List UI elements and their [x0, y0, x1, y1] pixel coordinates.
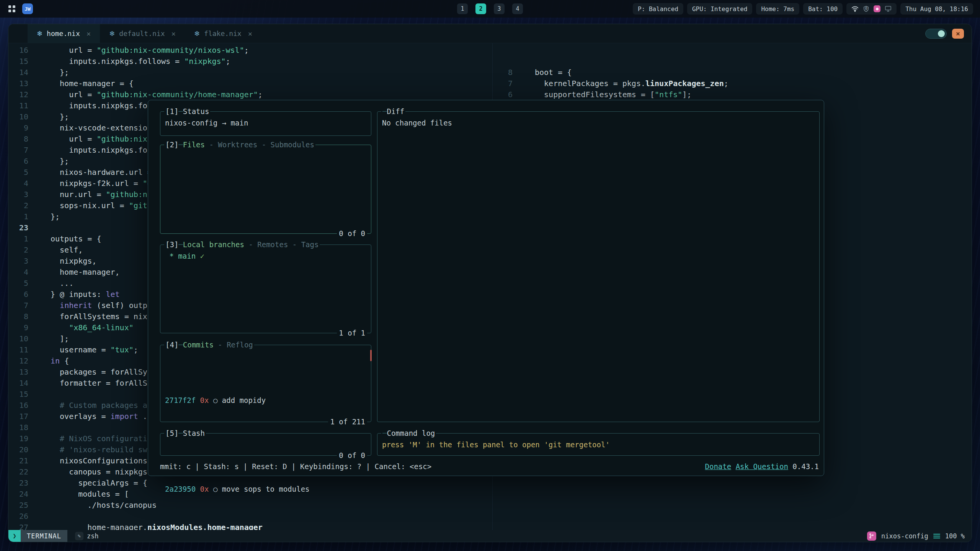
commit-row[interactable]: d920218 0x ○ move common imports — [165, 528, 366, 530]
code-text: specialArgs = { — [28, 478, 147, 489]
code-text: inputs.nixpkgs.follows = "nixpkgs"; — [28, 56, 230, 67]
workspace-button[interactable]: 4 — [512, 3, 523, 14]
line-number: 11 — [8, 100, 28, 111]
code-text: url = "github:nix-community/home-manager… — [28, 89, 263, 100]
tab-close-icon[interactable]: × — [248, 29, 252, 38]
line-number: 5 — [8, 167, 28, 178]
wifi-icon[interactable] — [851, 6, 859, 12]
lazygit-diff-panel[interactable]: ─Diff No changed files — [377, 111, 820, 422]
notifications-icon[interactable] — [874, 5, 880, 12]
line-number: 18 — [8, 422, 28, 433]
code-text: inherit (self) outputs; — [28, 300, 166, 311]
tab-label: flake.nix — [204, 29, 242, 37]
line-number: 9 — [8, 322, 28, 333]
line-number: 13 — [8, 78, 28, 89]
branch-arrow: → — [217, 119, 230, 127]
system-bar-left: JW — [7, 3, 33, 14]
editor-statusbar: ❯ TERMINAL ✎ zsh nixos-config 100 % — [8, 530, 972, 542]
line-number: 10 — [8, 333, 28, 344]
line-number: 8 — [8, 311, 28, 322]
code-text — [28, 511, 51, 522]
keybinding-hints: mmit: c | Stash: s | Reset: D | Keybindi… — [160, 461, 431, 472]
tab-close-icon[interactable]: × — [172, 29, 176, 38]
editor-tab[interactable]: ❄ default.nix × — [100, 24, 185, 43]
line-number: 6 — [8, 156, 28, 167]
tab-label: home.nix — [47, 29, 80, 37]
display-icon[interactable] — [885, 6, 892, 12]
code-text — [28, 389, 51, 400]
lazygit-status-panel[interactable]: [1]─Status nixos-config → main — [160, 111, 371, 136]
commit-row[interactable]: 2717f2f 0x ○ add mopidy — [165, 395, 366, 406]
window-pin-toggle[interactable] — [925, 29, 947, 39]
command-log-content: press 'M' in the files panel to open 'gi… — [377, 434, 819, 450]
lazygit-popup: [1]─Status nixos-config → main [2]─Files… — [148, 100, 824, 476]
line-number: 9 — [8, 122, 28, 134]
git-repo-name[interactable]: nixos-config — [881, 532, 928, 540]
shield-icon[interactable]: 0 — [863, 5, 869, 12]
line-number: 5 — [8, 278, 28, 289]
line-number: 15 — [8, 389, 28, 400]
code-text: modules = [ — [28, 489, 129, 500]
workspace-button[interactable]: 3 — [494, 3, 505, 14]
files-panel-title: [2]─Files - Worktrees - Submodules — [164, 139, 315, 150]
status-segment: Home: 7ms — [756, 3, 799, 15]
code-text: }; — [28, 211, 60, 222]
tab-close-icon[interactable]: × — [87, 29, 91, 38]
statusbar-right: nixos-config 100 % — [867, 531, 972, 541]
line-number: 24 — [8, 489, 28, 500]
code-line: 7 kernelPackages = pkgs.linuxPackages_ze… — [493, 78, 972, 89]
line-number: 21 — [8, 455, 28, 466]
branch-check-icon: ✓ — [196, 252, 204, 260]
workspace-button[interactable]: 2 — [475, 3, 486, 14]
line-number: 4 — [8, 178, 28, 189]
commits-scrollbar[interactable] — [370, 350, 372, 361]
commit-graph-node-icon: ○ — [213, 396, 217, 404]
launcher-logo-icon[interactable]: JW — [22, 3, 33, 14]
code-text — [28, 222, 51, 233]
code-text: ]; — [28, 333, 69, 344]
code-text: username = "tux"; — [28, 344, 138, 355]
line-number: 3 — [8, 256, 28, 267]
code-text: outputs = { — [28, 233, 101, 245]
lazygit-branches-panel[interactable]: [3]─Local branches - Remotes - Tags * ma… — [160, 245, 371, 333]
code-text: "x86_64-linux" — [28, 322, 134, 333]
lazygit-commits-panel[interactable]: [4]─Commits - Reflog 2717f2f 0x ○ add mo… — [160, 345, 371, 422]
lazygit-files-panel[interactable]: [2]─Files - Worktrees - Submodules 0 of … — [160, 145, 371, 234]
workspace-button[interactable]: 1 — [457, 3, 468, 14]
code-line: 16 url = "github:nix-community/nixos-wsl… — [8, 45, 492, 56]
window-close-button[interactable]: × — [952, 29, 964, 39]
commit-message: add mopidy — [222, 396, 266, 404]
code-text: supportedFilesystems = ["ntfs"]; — [513, 89, 691, 100]
code-text: }; — [28, 156, 69, 167]
commit-message: move sops to modules — [222, 485, 310, 493]
shell-segment: ✎ zsh — [75, 532, 99, 540]
code-line: 12 url = "github:nix-community/home-mana… — [8, 89, 492, 100]
editor-tab[interactable]: ❄ home.nix × — [28, 24, 100, 43]
line-number: 27 — [8, 522, 28, 530]
donate-link[interactable]: Donate — [705, 462, 732, 471]
commit-graph-node-icon: ○ — [213, 485, 217, 493]
code-text: nixosConfigurations = { — [28, 455, 166, 466]
line-number: 20 — [8, 444, 28, 455]
diff-content: No changed files — [377, 112, 819, 129]
lazygit-options-bar: mmit: c | Stash: s | Reset: D | Keybindi… — [160, 461, 819, 472]
current-branch: main — [231, 119, 248, 127]
files-count: 0 of 0 — [337, 228, 367, 239]
commits-panel-title: [4]─Commits - Reflog — [164, 339, 254, 350]
shell-name: zsh — [87, 532, 99, 540]
commit-row[interactable]: 2a23950 0x ○ move sops to modules — [165, 484, 366, 495]
ask-question-link[interactable]: Ask Question — [736, 462, 788, 471]
lazygit-command-log-panel[interactable]: ─Command log press 'M' in the files pane… — [377, 433, 820, 456]
apps-grid-icon[interactable] — [7, 4, 17, 14]
clock[interactable]: Thu Aug 08, 18:16 — [900, 3, 973, 15]
line-number: 7 — [8, 300, 28, 311]
status-panel-title: [1]─Status — [164, 106, 210, 117]
scroll-percentage: 100 % — [945, 532, 965, 540]
line-number: 8 — [8, 134, 28, 145]
editor-tab[interactable]: ❄ flake.nix × — [185, 24, 261, 43]
code-line: 14 }; — [8, 67, 492, 78]
lazygit-stash-panel[interactable]: [5]─Stash 0 of 0 — [160, 433, 371, 456]
line-number: 23 — [8, 478, 28, 489]
line-number: 12 — [8, 89, 28, 100]
commit-hash: 2a23950 — [165, 485, 196, 493]
